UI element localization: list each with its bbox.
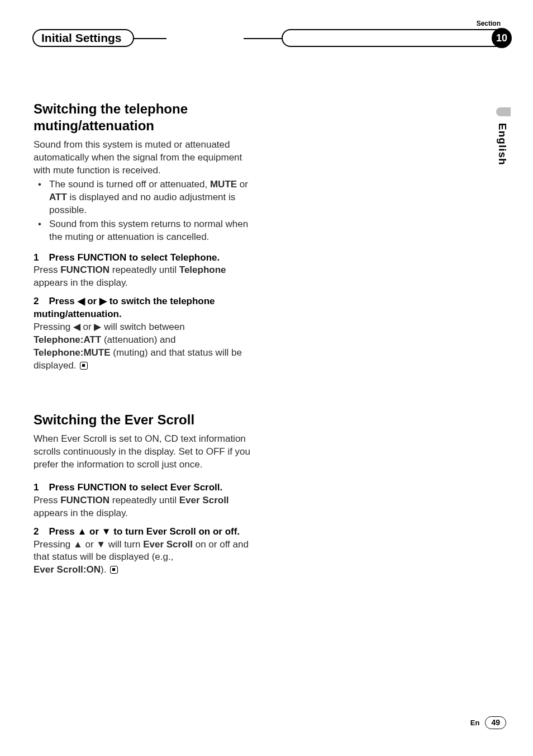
list-item: The sound is turned off or attenuated, M… [34, 178, 257, 217]
text-bold: MUTE [210, 179, 237, 190]
step-title: 1 Press FUNCTION to select Ever Scroll. [34, 481, 257, 494]
step: 2 Press ▲ or ▼ to turn Ever Scroll on or… [34, 526, 257, 577]
divider-line [244, 38, 283, 39]
text: repeatedly until [110, 495, 179, 505]
text: to turn Ever Scroll on or off. [111, 526, 240, 537]
text: Pressing [34, 539, 73, 550]
header-capsule [282, 29, 511, 47]
footer-lang: En [470, 718, 480, 728]
text: or [87, 526, 101, 537]
text: Press [34, 264, 60, 275]
text: will turn [106, 539, 143, 550]
step: 2 Press ◀ or ▶ to switch the telephone m… [34, 295, 257, 372]
up-arrow-icon: ▲ [78, 526, 87, 537]
text: or [237, 179, 248, 190]
section-label: Section [477, 19, 501, 28]
text: Press [34, 495, 60, 505]
step-number: 2 [34, 526, 44, 538]
text-bold: Ever Scroll [179, 495, 229, 505]
step-body: Pressing ▲ or ▼ will turn Ever Scroll on… [34, 538, 257, 577]
section-number-badge: 10 [492, 28, 512, 48]
text-bold: Telephone:ATT [34, 334, 101, 345]
step-body: Press FUNCTION repeatedly until Ever Scr… [34, 494, 257, 520]
step-body: Press FUNCTION repeatedly until Telephon… [34, 264, 257, 290]
left-arrow-icon: ◀ [73, 322, 80, 332]
step-title-text: Press FUNCTION to select Ever Scroll. [49, 482, 222, 493]
text: or [80, 322, 94, 332]
section-heading: Switching the telephone muting/attenuati… [34, 101, 257, 134]
text: (attenuation) and [101, 334, 175, 345]
page: Section Initial Settings 10 English Swit… [0, 0, 533, 756]
end-of-section-icon [80, 362, 88, 370]
up-arrow-icon: ▲ [73, 539, 83, 550]
step-number: 1 [34, 481, 44, 494]
text-bold: Telephone [179, 264, 226, 275]
text: appears in the display. [34, 508, 128, 518]
step-title: 1 Press FUNCTION to select Telephone. [34, 252, 257, 264]
step-title: 2 Press ◀ or ▶ to switch the telephone m… [34, 295, 257, 321]
step-title-text: Press FUNCTION to select Telephone. [49, 252, 220, 263]
body-text: When Ever Scroll is set to ON, CD text i… [34, 433, 257, 471]
text: Sound from this system returns to normal… [49, 219, 248, 242]
bullet-list: The sound is turned off or attenuated, M… [34, 178, 257, 244]
language-tab: English [495, 123, 510, 166]
text-bold: ATT [49, 192, 67, 202]
section-heading: Switching the Ever Scroll [34, 412, 257, 428]
text: Press [49, 296, 77, 306]
text-bold: Telephone:MUTE [34, 347, 111, 358]
step: 1 Press FUNCTION to select Telephone. Pr… [34, 252, 257, 290]
right-arrow-icon: ▶ [94, 322, 101, 332]
body-text: Sound from this system is muted or atten… [34, 139, 257, 177]
text: will switch between [101, 322, 184, 332]
right-arrow-icon: ▶ [99, 296, 107, 306]
step-body: Pressing ◀ or ▶ will switch between Tele… [34, 321, 257, 372]
section-block: Switching the Ever Scroll When Ever Scro… [34, 412, 257, 577]
text: appears in the display. [34, 277, 128, 288]
page-number: 49 [485, 716, 506, 729]
text: is displayed and no audio adjustment is … [49, 192, 235, 215]
left-arrow-icon: ◀ [78, 296, 85, 306]
text: Press [49, 526, 77, 537]
content-column: Switching the telephone muting/attenuati… [34, 101, 257, 577]
down-arrow-icon: ▼ [102, 526, 111, 537]
text-bold: Ever Scroll [143, 539, 193, 550]
tab-accent [496, 107, 511, 116]
page-footer: En 49 [470, 716, 506, 729]
chapter-title: Initial Settings [41, 30, 122, 46]
page-header: Section Initial Settings 10 [0, 19, 533, 53]
text-bold: FUNCTION [60, 264, 110, 275]
divider-line [133, 38, 166, 39]
text: The sound is turned off or attenuated, [49, 179, 210, 190]
step-number: 1 [34, 252, 44, 264]
text: or [85, 296, 99, 306]
text-bold: FUNCTION [60, 495, 110, 505]
text: or [83, 539, 97, 550]
text: repeatedly until [110, 264, 179, 275]
step-title: 2 Press ▲ or ▼ to turn Ever Scroll on or… [34, 526, 257, 538]
list-item: Sound from this system returns to normal… [34, 218, 257, 244]
text: ). [101, 564, 106, 575]
text-bold: Ever Scroll:ON [34, 564, 101, 575]
text: Pressing [34, 322, 73, 332]
end-of-section-icon [110, 566, 118, 574]
step-number: 2 [34, 295, 44, 308]
chapter-title-pill: Initial Settings [32, 29, 134, 47]
step: 1 Press FUNCTION to select Ever Scroll. … [34, 481, 257, 520]
down-arrow-icon: ▼ [96, 539, 106, 550]
